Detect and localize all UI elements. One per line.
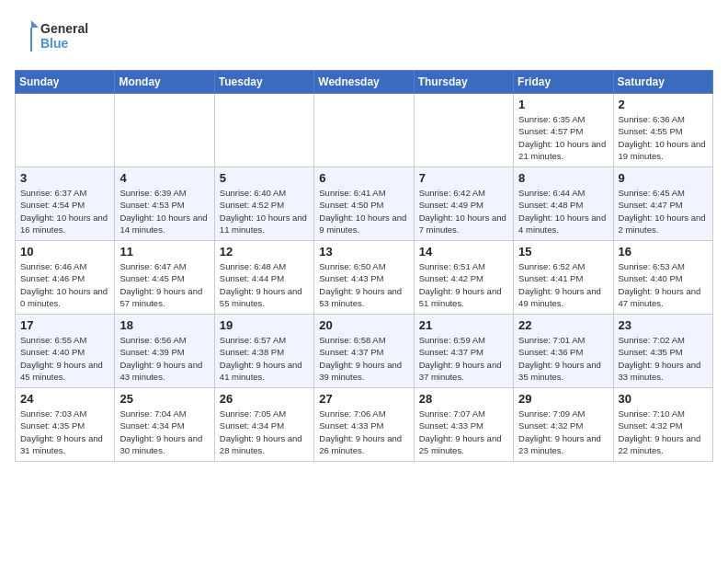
calendar-day-cell: 15Sunrise: 6:52 AM Sunset: 4:41 PM Dayli… [514,241,613,315]
day-number: 10 [20,245,109,259]
calendar-day-cell: 17Sunrise: 6:55 AM Sunset: 4:40 PM Dayli… [16,315,115,388]
day-info: Sunrise: 6:53 AM Sunset: 4:40 PM Dayligh… [619,260,708,309]
day-number: 16 [619,245,708,259]
day-number: 15 [518,245,608,259]
day-info: Sunrise: 7:09 AM Sunset: 4:32 PM Dayligh… [518,408,608,456]
logo-svg: General Blue [15,15,107,59]
svg-marker-2 [31,20,39,28]
day-info: Sunrise: 6:45 AM Sunset: 4:47 PM Dayligh… [619,187,708,236]
day-info: Sunrise: 6:47 AM Sunset: 4:45 PM Dayligh… [119,260,209,309]
calendar-day-cell: 7Sunrise: 6:42 AM Sunset: 4:49 PM Daylig… [414,167,513,241]
calendar-day-cell: 14Sunrise: 6:51 AM Sunset: 4:42 PM Dayli… [414,241,513,315]
day-number: 14 [419,245,508,259]
weekday-header-cell: Thursday [414,71,513,94]
weekday-header-cell: Saturday [613,71,712,94]
day-info: Sunrise: 7:02 AM Sunset: 4:35 PM Dayligh… [619,334,708,383]
calendar-day-cell: 28Sunrise: 7:07 AM Sunset: 4:33 PM Dayli… [414,388,513,462]
calendar-week-row: 24Sunrise: 7:03 AM Sunset: 4:35 PM Dayli… [16,388,713,462]
day-number: 30 [619,392,708,406]
calendar-day-cell [115,94,214,167]
calendar-day-cell: 2Sunrise: 6:36 AM Sunset: 4:55 PM Daylig… [613,94,712,167]
day-number: 5 [220,171,309,185]
day-number: 17 [20,318,109,332]
calendar-day-cell [16,94,115,167]
day-info: Sunrise: 6:51 AM Sunset: 4:42 PM Dayligh… [419,260,508,309]
day-number: 27 [319,392,408,406]
calendar-day-cell: 21Sunrise: 6:59 AM Sunset: 4:37 PM Dayli… [414,315,513,388]
svg-text:General: General [40,21,88,36]
day-number: 23 [619,318,708,332]
calendar-day-cell: 11Sunrise: 6:47 AM Sunset: 4:45 PM Dayli… [115,241,214,315]
day-number: 24 [20,392,109,406]
calendar-week-row: 17Sunrise: 6:55 AM Sunset: 4:40 PM Dayli… [16,315,713,388]
day-info: Sunrise: 6:58 AM Sunset: 4:37 PM Dayligh… [319,334,408,383]
day-number: 4 [119,171,209,185]
calendar-day-cell [314,94,414,167]
calendar-day-cell: 1Sunrise: 6:35 AM Sunset: 4:57 PM Daylig… [514,94,613,167]
day-number: 22 [518,318,608,332]
calendar-day-cell: 20Sunrise: 6:58 AM Sunset: 4:37 PM Dayli… [314,315,414,388]
calendar-day-cell: 6Sunrise: 6:41 AM Sunset: 4:50 PM Daylig… [314,167,414,241]
day-info: Sunrise: 6:35 AM Sunset: 4:57 PM Dayligh… [518,113,608,162]
calendar-day-cell [214,94,313,167]
day-info: Sunrise: 6:36 AM Sunset: 4:55 PM Dayligh… [619,113,708,162]
calendar-day-cell [414,94,513,167]
day-info: Sunrise: 6:57 AM Sunset: 4:38 PM Dayligh… [220,334,309,383]
day-number: 11 [119,245,209,259]
calendar-week-row: 3Sunrise: 6:37 AM Sunset: 4:54 PM Daylig… [16,167,713,241]
day-number: 7 [419,171,508,185]
calendar-day-cell: 29Sunrise: 7:09 AM Sunset: 4:32 PM Dayli… [514,388,613,462]
day-number: 12 [220,245,309,259]
calendar-day-cell: 30Sunrise: 7:10 AM Sunset: 4:32 PM Dayli… [613,388,712,462]
day-info: Sunrise: 6:48 AM Sunset: 4:44 PM Dayligh… [220,260,309,309]
logo: General Blue [15,15,107,59]
calendar-table: SundayMondayTuesdayWednesdayThursdayFrid… [15,70,713,462]
day-number: 9 [619,171,708,185]
calendar-day-cell: 24Sunrise: 7:03 AM Sunset: 4:35 PM Dayli… [16,388,115,462]
day-info: Sunrise: 7:01 AM Sunset: 4:36 PM Dayligh… [518,334,608,383]
weekday-header-cell: Tuesday [214,71,313,94]
calendar-day-cell: 4Sunrise: 6:39 AM Sunset: 4:53 PM Daylig… [115,167,214,241]
calendar-day-cell: 9Sunrise: 6:45 AM Sunset: 4:47 PM Daylig… [613,167,712,241]
calendar-day-cell: 25Sunrise: 7:04 AM Sunset: 4:34 PM Dayli… [115,388,214,462]
day-number: 29 [518,392,608,406]
calendar-day-cell: 12Sunrise: 6:48 AM Sunset: 4:44 PM Dayli… [214,241,313,315]
day-info: Sunrise: 6:41 AM Sunset: 4:50 PM Dayligh… [319,187,408,236]
day-number: 8 [518,171,608,185]
day-number: 28 [419,392,508,406]
calendar-day-cell: 26Sunrise: 7:05 AM Sunset: 4:34 PM Dayli… [214,388,313,462]
day-info: Sunrise: 6:37 AM Sunset: 4:54 PM Dayligh… [20,187,109,236]
weekday-header-row: SundayMondayTuesdayWednesdayThursdayFrid… [16,71,713,94]
day-info: Sunrise: 6:44 AM Sunset: 4:48 PM Dayligh… [518,187,608,236]
day-number: 21 [419,318,508,332]
calendar-week-row: 10Sunrise: 6:46 AM Sunset: 4:46 PM Dayli… [16,241,713,315]
day-number: 26 [220,392,309,406]
weekday-header-cell: Sunday [16,71,115,94]
day-number: 19 [220,318,309,332]
calendar-day-cell: 18Sunrise: 6:56 AM Sunset: 4:39 PM Dayli… [115,315,214,388]
day-info: Sunrise: 7:06 AM Sunset: 4:33 PM Dayligh… [319,408,408,456]
weekday-header-cell: Wednesday [314,71,414,94]
day-number: 13 [319,245,408,259]
day-info: Sunrise: 6:40 AM Sunset: 4:52 PM Dayligh… [220,187,309,236]
day-info: Sunrise: 6:59 AM Sunset: 4:37 PM Dayligh… [419,334,508,383]
calendar-day-cell: 27Sunrise: 7:06 AM Sunset: 4:33 PM Dayli… [314,388,414,462]
page-header: General Blue [15,15,713,59]
day-info: Sunrise: 7:10 AM Sunset: 4:32 PM Dayligh… [619,408,708,456]
calendar-day-cell: 13Sunrise: 6:50 AM Sunset: 4:43 PM Dayli… [314,241,414,315]
day-info: Sunrise: 6:52 AM Sunset: 4:41 PM Dayligh… [518,260,608,309]
day-info: Sunrise: 7:03 AM Sunset: 4:35 PM Dayligh… [20,408,109,456]
calendar-day-cell: 22Sunrise: 7:01 AM Sunset: 4:36 PM Dayli… [514,315,613,388]
day-info: Sunrise: 6:42 AM Sunset: 4:49 PM Dayligh… [419,187,508,236]
day-info: Sunrise: 7:07 AM Sunset: 4:33 PM Dayligh… [419,408,508,456]
calendar-day-cell: 8Sunrise: 6:44 AM Sunset: 4:48 PM Daylig… [514,167,613,241]
day-number: 1 [518,98,608,111]
calendar-day-cell: 19Sunrise: 6:57 AM Sunset: 4:38 PM Dayli… [214,315,313,388]
day-info: Sunrise: 6:50 AM Sunset: 4:43 PM Dayligh… [319,260,408,309]
day-number: 25 [119,392,209,406]
calendar-day-cell: 16Sunrise: 6:53 AM Sunset: 4:40 PM Dayli… [613,241,712,315]
day-number: 6 [319,171,408,185]
weekday-header-cell: Friday [514,71,613,94]
day-number: 3 [20,171,109,185]
day-number: 18 [119,318,209,332]
